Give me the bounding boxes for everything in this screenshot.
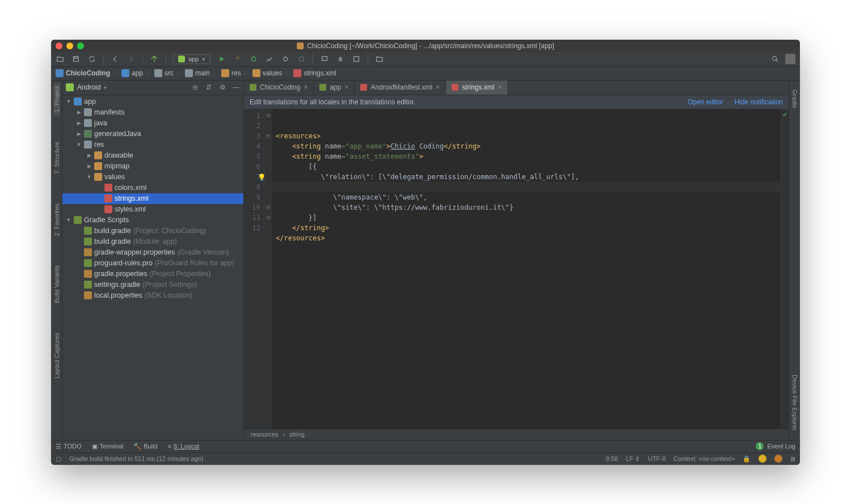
intention-bulb-icon[interactable]: 💡 (258, 172, 266, 180)
tool-device-explorer[interactable]: Device File Explorer (791, 371, 798, 434)
tool-todo[interactable]: ☰ TODO (56, 443, 82, 450)
close-tab-icon[interactable]: × (344, 83, 348, 91)
titlebar[interactable]: ChicioCoding [~/Work/ChicioCoding] - ...… (51, 40, 800, 52)
status-square-icon[interactable]: ▢ (56, 455, 61, 463)
lock-icon[interactable]: 🔒 (743, 455, 751, 463)
maximize-icon[interactable] (77, 43, 84, 49)
tree-node[interactable]: java (62, 118, 243, 129)
open-editor-link[interactable]: Open editor (688, 98, 723, 106)
tree-node[interactable]: drawable (62, 150, 243, 161)
sdk-manager-icon[interactable] (336, 54, 345, 63)
tool-terminal[interactable]: ▣ Terminal (92, 443, 124, 450)
svg-point-5 (773, 57, 777, 61)
save-icon[interactable] (71, 54, 81, 63)
tree-node[interactable]: build.gradle(Module: app) (62, 236, 243, 247)
layout-inspector-icon[interactable] (352, 54, 361, 63)
project-structure-icon[interactable] (375, 54, 384, 63)
line-gutter[interactable]: 123456789101112 (244, 109, 264, 429)
search-icon[interactable] (770, 54, 780, 63)
profile-icon[interactable] (265, 54, 274, 63)
project-view-selector[interactable]: Android (77, 83, 100, 91)
tool-gradle[interactable]: Gradle (791, 86, 798, 112)
minimize-icon[interactable] (66, 43, 73, 49)
tree-node[interactable]: Gradle Scripts (62, 215, 243, 226)
back-icon[interactable] (111, 54, 120, 63)
error-stripe[interactable]: ✔ (781, 109, 789, 429)
tool-project[interactable]: 1: Project (53, 83, 60, 116)
status-message: Gradle build finished in 511 ms (12 minu… (69, 455, 204, 462)
avd-manager-icon[interactable] (320, 54, 329, 63)
memory-face-icon[interactable] (774, 455, 782, 463)
gear-icon[interactable]: ⚙ (218, 83, 226, 91)
editor-tab[interactable]: ChicioCoding× (244, 81, 314, 95)
tree-node[interactable]: styles.xml (62, 204, 243, 215)
line-ending[interactable]: LF ⇕ (626, 455, 640, 463)
tree-node[interactable]: mipmap (62, 161, 243, 172)
tool-layout-captures[interactable]: Layout Captures (53, 329, 60, 382)
tree-node[interactable]: settings.gradle(Project Settings) (62, 279, 243, 290)
close-tab-icon[interactable]: × (498, 83, 502, 91)
tree-node[interactable]: local.properties(SDK Location) (62, 290, 243, 301)
sync-icon[interactable] (87, 54, 96, 63)
tree-node[interactable]: values (62, 172, 243, 183)
make-icon[interactable] (150, 54, 159, 63)
settings-filter-icon[interactable]: ⇵ (205, 83, 213, 91)
apply-changes-icon[interactable] (233, 54, 242, 63)
context[interactable]: Context: <no context> (673, 455, 735, 462)
tree-node[interactable]: gradle.properties(Project Properties) (62, 269, 243, 279)
close-icon[interactable] (56, 43, 62, 49)
tree-node[interactable]: app (62, 96, 243, 107)
code-editor[interactable]: 123456789101112 ⊟⊟⊟⊟ 💡<resources> <strin… (244, 109, 789, 429)
run-config-selector[interactable]: app▾ (173, 54, 210, 64)
editor-tab[interactable]: strings.xml× (446, 81, 508, 95)
stop-icon[interactable] (297, 54, 306, 63)
code-content[interactable]: 💡<resources> <string name="app_name">Chi… (272, 109, 781, 429)
svg-rect-2 (300, 57, 304, 61)
tree-node[interactable]: strings.xml (62, 193, 243, 204)
caret-position[interactable]: 8:58 (606, 455, 618, 462)
breadcrumb-item[interactable]: strings.xml (293, 69, 336, 77)
close-tab-icon[interactable]: × (436, 83, 440, 91)
collapse-icon[interactable]: ⊖ (191, 83, 199, 91)
tree-node[interactable]: generatedJava (62, 129, 243, 139)
user-avatar[interactable] (785, 54, 795, 64)
project-tree[interactable]: appmanifestsjavageneratedJavaresdrawable… (62, 95, 243, 440)
breadcrumb-item[interactable]: res (221, 69, 241, 77)
inspection-face-icon[interactable] (759, 455, 766, 463)
hide-icon[interactable]: — (232, 83, 240, 91)
svg-rect-3 (322, 57, 327, 61)
analysis-ok-icon: ✔ (782, 111, 787, 118)
tool-logcat[interactable]: ≡ 6: Logcat (168, 443, 200, 450)
open-icon[interactable] (56, 54, 65, 63)
forward-icon[interactable] (127, 54, 136, 63)
tool-event-log[interactable]: Event Log (767, 443, 795, 450)
tool-structure[interactable]: 7: Structure (53, 138, 60, 177)
tree-node[interactable]: build.gradle(Project: ChicioCoding) (62, 226, 243, 236)
svg-point-1 (284, 57, 288, 61)
breadcrumb-item[interactable]: values (252, 69, 283, 77)
fold-gutter[interactable]: ⊟⊟⊟⊟ (264, 109, 272, 429)
breadcrumb-item[interactable]: main (185, 69, 210, 77)
tool-favorites[interactable]: 2: Favorites (53, 200, 60, 239)
run-icon[interactable] (217, 54, 226, 63)
tool-build-variants[interactable]: Build Variants (53, 262, 60, 307)
tree-node[interactable]: gradle-wrapper.properties(Gradle Version… (62, 247, 243, 258)
attach-debugger-icon[interactable] (281, 54, 290, 63)
editor-tab[interactable]: app× (314, 81, 355, 95)
file-encoding[interactable]: UTF-8 (648, 455, 665, 462)
close-tab-icon[interactable]: × (304, 83, 307, 91)
hide-notification-link[interactable]: Hide notification (735, 98, 783, 106)
tree-node[interactable]: colors.xml (62, 183, 243, 193)
tree-node[interactable]: manifests (62, 107, 243, 118)
men-icon[interactable]: ⊞ (790, 455, 795, 463)
svg-rect-4 (354, 57, 359, 62)
editor-breadcrumb[interactable]: resources›string (244, 429, 789, 440)
tool-build[interactable]: 🔨 Build (133, 443, 157, 450)
debug-icon[interactable] (249, 54, 258, 63)
tree-node[interactable]: proguard-rules.pro(ProGuard Rules for ap… (62, 258, 243, 269)
editor-tab[interactable]: AndroidManifest.xml× (355, 81, 446, 95)
tree-node[interactable]: res (62, 139, 243, 150)
breadcrumb-item[interactable]: src (154, 69, 174, 77)
breadcrumb-item[interactable]: ChicioCoding (56, 69, 110, 77)
breadcrumb-item[interactable]: app (121, 69, 143, 77)
